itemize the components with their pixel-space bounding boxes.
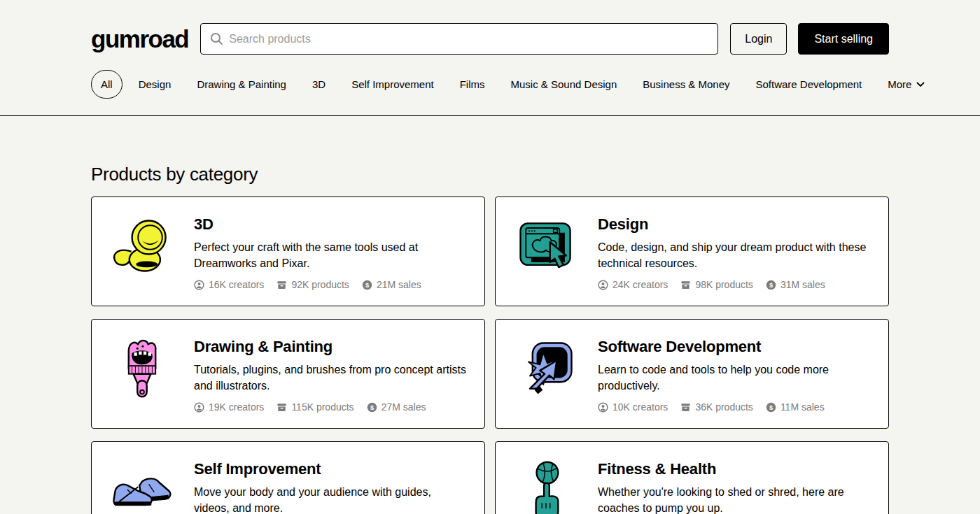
start-selling-button[interactable]: Start selling <box>798 23 889 55</box>
paintbrush-monster-icon <box>108 334 176 404</box>
svg-text:$: $ <box>769 404 774 411</box>
creators-stat: 10K creators <box>598 401 668 413</box>
main-content: Products by category 3D Perfect your cra… <box>0 116 980 514</box>
card-text: Design Code, design, and ship your dream… <box>598 211 872 290</box>
page-title: Products by category <box>91 164 889 185</box>
nav-item-software-development[interactable]: Software Development <box>746 70 872 99</box>
header-top-row: gumroad Login Start selling <box>91 23 889 55</box>
creator-person-icon <box>194 280 204 290</box>
products-count: 36K products <box>695 401 753 413</box>
card-description: Whether you're looking to shed or shred,… <box>598 485 872 514</box>
creator-person-icon <box>194 402 204 413</box>
cursor-click-burst-icon <box>512 334 580 404</box>
chevron-down-icon <box>916 82 925 87</box>
card-description: Tutorials, plugins, and brushes from pro… <box>194 362 468 394</box>
products-stat: 98K products <box>680 279 753 290</box>
sales-dollar-icon: $ <box>362 280 372 290</box>
products-box-icon <box>276 402 287 413</box>
creators-count: 16K creators <box>209 279 264 290</box>
login-button[interactable]: Login <box>730 23 787 55</box>
svg-text:$: $ <box>769 282 774 289</box>
products-stat: 115K products <box>276 401 354 413</box>
card-stats: 19K creators 115K products $ <box>194 401 468 413</box>
category-card-drawing-painting[interactable]: Drawing & Painting Tutorials, plugins, a… <box>91 319 485 429</box>
card-description: Move your body and your audience with gu… <box>194 485 468 514</box>
sales-count: 27M sales <box>382 401 426 413</box>
creator-person-icon <box>598 402 608 413</box>
nav-item-3d[interactable]: 3D <box>302 70 335 99</box>
category-card-grid: 3D Perfect your craft with the same tool… <box>91 197 889 514</box>
site-header: gumroad Login Start selling All Design D… <box>0 0 980 116</box>
card-title: Software Development <box>598 338 872 356</box>
sales-count: 31M sales <box>780 279 825 290</box>
gumroad-logo[interactable]: gumroad <box>91 27 188 51</box>
card-text: Drawing & Painting Tutorials, plugins, a… <box>194 334 468 413</box>
category-card-software-development[interactable]: Software Development Learn to code and t… <box>495 319 889 429</box>
card-text: 3D Perfect your craft with the same tool… <box>194 211 468 290</box>
search-input[interactable] <box>200 23 718 55</box>
creators-stat: 19K creators <box>194 401 264 413</box>
category-nav: All Design Drawing & Painting 3D Self Im… <box>91 70 889 115</box>
products-count: 92K products <box>291 279 349 290</box>
svg-text:$: $ <box>365 282 370 289</box>
sales-count: 11M sales <box>780 401 825 413</box>
card-text: Fitness & Health Whether you're looking … <box>598 456 872 514</box>
nav-item-self-improvement[interactable]: Self Improvement <box>342 70 444 99</box>
products-stat: 36K products <box>680 401 753 413</box>
search-bar <box>200 23 718 55</box>
sales-stat: $ 27M sales <box>367 401 426 413</box>
sneakers-icon <box>108 456 176 514</box>
card-title: 3D <box>194 215 468 234</box>
nav-item-more[interactable]: More <box>878 70 934 99</box>
basketball-on-finger-icon <box>512 456 580 514</box>
card-title: Design <box>598 215 872 234</box>
nav-item-more-label: More <box>888 78 911 90</box>
creators-count: 24K creators <box>612 279 668 290</box>
nav-item-all[interactable]: All <box>91 70 122 99</box>
card-stats: 24K creators 98K products $ <box>598 279 872 290</box>
card-title: Fitness & Health <box>598 460 872 478</box>
card-description: Perfect your craft with the same tools u… <box>194 240 468 271</box>
products-count: 115K products <box>291 401 354 413</box>
category-card-3d[interactable]: 3D Perfect your craft with the same tool… <box>91 197 485 306</box>
card-description: Code, design, and ship your dream produc… <box>598 240 872 271</box>
card-stats: 10K creators 36K products $ <box>598 401 872 413</box>
sales-dollar-icon: $ <box>766 280 776 290</box>
sales-stat: $ 21M sales <box>362 279 421 290</box>
svg-text:$: $ <box>370 404 374 411</box>
products-box-icon <box>680 402 691 413</box>
products-stat: 92K products <box>276 279 349 290</box>
nav-item-design[interactable]: Design <box>129 70 181 99</box>
nav-item-business-money[interactable]: Business & Money <box>633 70 739 99</box>
sales-stat: $ 11M sales <box>766 401 825 413</box>
products-box-icon <box>680 280 691 290</box>
products-count: 98K products <box>695 279 753 290</box>
category-card-fitness-health[interactable]: Fitness & Health Whether you're looking … <box>495 441 889 514</box>
sales-dollar-icon: $ <box>766 402 776 413</box>
search-icon <box>210 32 223 45</box>
card-title: Self Improvement <box>194 460 468 478</box>
card-text: Software Development Learn to code and t… <box>598 334 872 413</box>
products-box-icon <box>276 280 287 290</box>
category-card-self-improvement[interactable]: Self Improvement Move your body and your… <box>91 441 485 514</box>
creators-stat: 24K creators <box>598 279 668 290</box>
nav-item-films[interactable]: Films <box>450 70 495 99</box>
creators-count: 19K creators <box>209 401 264 413</box>
card-description: Learn to code and tools to help you code… <box>598 362 872 394</box>
creators-stat: 16K creators <box>194 279 264 290</box>
card-text: Self Improvement Move your body and your… <box>194 456 468 514</box>
sales-stat: $ 31M sales <box>766 279 825 290</box>
sales-dollar-icon: $ <box>367 402 377 413</box>
category-card-design[interactable]: Design Code, design, and ship your dream… <box>495 197 889 306</box>
design-browser-cursor-icon <box>512 211 580 281</box>
sales-count: 21M sales <box>377 279 421 290</box>
creator-person-icon <box>598 280 608 290</box>
3d-worm-character-icon <box>108 211 176 281</box>
creators-count: 10K creators <box>612 401 668 413</box>
nav-item-music-sound-design[interactable]: Music & Sound Design <box>501 70 627 99</box>
nav-item-drawing-painting[interactable]: Drawing & Painting <box>187 70 296 99</box>
card-stats: 16K creators 92K products $ <box>194 279 468 290</box>
card-title: Drawing & Painting <box>194 338 468 356</box>
